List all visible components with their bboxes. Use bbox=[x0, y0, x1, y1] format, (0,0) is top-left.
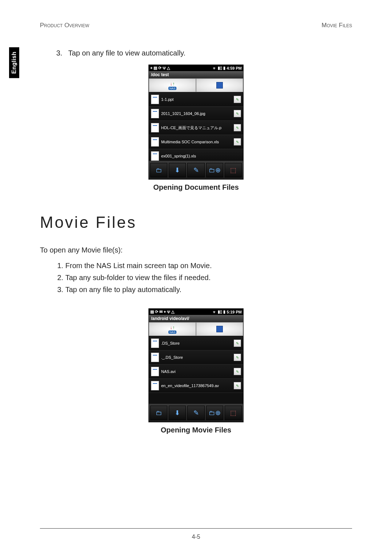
step-3-text: 3. Tap on any file to view automatically… bbox=[56, 49, 352, 57]
nas-up-button[interactable]: ↓↑ NAS bbox=[149, 322, 196, 336]
battery-icon: ▮ bbox=[223, 66, 225, 70]
file-icon bbox=[151, 123, 159, 132]
file-row[interactable]: Multimedia SOC Comparison.xls ✎ bbox=[149, 135, 243, 149]
folder-icon[interactable]: 🗀 bbox=[150, 163, 167, 177]
file-row[interactable]: en_en_videofile_1173867549.av ✎ bbox=[149, 379, 243, 393]
smb-button[interactable] bbox=[196, 78, 243, 92]
section-title-movie-files: Movie Files bbox=[40, 213, 352, 231]
up-down-arrows-icon: ↓↑ bbox=[170, 81, 175, 86]
up-down-arrows-icon: ↓↑ bbox=[170, 325, 175, 330]
file-name: 1-1.ppt bbox=[161, 97, 232, 102]
share-folder-icon bbox=[216, 82, 223, 89]
file-icon bbox=[151, 137, 159, 147]
file-icon bbox=[151, 338, 159, 348]
warning-icon: △ bbox=[171, 309, 174, 314]
file-row[interactable]: ._.DS_Store ✎ bbox=[149, 350, 243, 365]
movie-step-2: Tap any sub-folder to view the files if … bbox=[65, 274, 352, 282]
row-edit-icon[interactable]: ✎ bbox=[234, 138, 241, 145]
bottom-toolbar: 🗀 ⬇ ✎ 🗀⊕ ⬚ bbox=[149, 404, 243, 422]
file-row[interactable]: HDL-CE_画面で見るマニュアル.p ✎ bbox=[149, 121, 243, 135]
row-edit-icon[interactable]: ✎ bbox=[234, 110, 241, 117]
row-edit-icon[interactable]: ✎ bbox=[234, 354, 241, 361]
battery-icon: ▮ bbox=[223, 309, 225, 314]
smb-button[interactable] bbox=[196, 322, 243, 336]
movie-step-1: From the NAS List main screen tap on Mov… bbox=[65, 262, 352, 270]
folder-add-icon[interactable]: 🗀⊕ bbox=[206, 163, 223, 177]
file-list: .DS_Store ✎ ._.DS_Store ✎ NAS.avi ✎ en_e… bbox=[149, 336, 243, 404]
select-icon[interactable]: ⬚ bbox=[225, 406, 242, 420]
file-row[interactable]: 1-1.ppt ✎ bbox=[149, 93, 243, 107]
sd-icon: ▤ bbox=[154, 66, 157, 70]
status-time: 5:19 PM bbox=[226, 310, 242, 314]
intro-text: To open any Movie file(s): bbox=[40, 246, 352, 254]
row-edit-icon[interactable]: ✎ bbox=[234, 124, 241, 131]
language-tab: English bbox=[9, 47, 19, 78]
file-icon bbox=[151, 109, 159, 118]
folder-icon[interactable]: 🗀 bbox=[150, 406, 167, 420]
download-icon[interactable]: ⬇ bbox=[169, 406, 186, 420]
usb-icon: Ψ bbox=[163, 66, 166, 70]
path-bar: /android video/avi/ bbox=[149, 315, 243, 322]
file-icon bbox=[151, 381, 159, 390]
download-icon[interactable]: ⬇ bbox=[169, 163, 186, 177]
sync-icon: ⟳ bbox=[158, 66, 162, 70]
status-time: 4:59 PM bbox=[226, 66, 242, 70]
row-edit-icon[interactable]: ✎ bbox=[234, 382, 241, 389]
usb-icon: Ψ bbox=[167, 310, 170, 314]
file-row[interactable]: 2011_1021_1604_06.jpg ✎ bbox=[149, 107, 243, 121]
movie-step-3: Tap on any file to play automatically. bbox=[65, 286, 352, 294]
step-number: 3. bbox=[56, 49, 62, 57]
status-bar: ▤ ⟳ ✉ ⌖ Ψ △ ᯤ ▮▯ ▮ 5:19 PM bbox=[149, 309, 243, 315]
file-name: en_en_videofile_1173867549.av bbox=[161, 383, 232, 388]
file-name: .DS_Store bbox=[161, 341, 232, 345]
caption-opening-movie-files: Opening Movie Files bbox=[40, 426, 352, 434]
row-edit-icon[interactable]: ✎ bbox=[234, 340, 241, 347]
header-left: Product Overview bbox=[40, 22, 89, 29]
warning-icon: △ bbox=[167, 66, 170, 70]
mail-icon: ✉ bbox=[159, 309, 163, 314]
edit-icon[interactable]: ✎ bbox=[187, 163, 204, 177]
gps-icon: ⌖ bbox=[150, 66, 152, 70]
file-row[interactable]: .DS_Store ✎ bbox=[149, 336, 243, 350]
page-number: 4-5 bbox=[0, 534, 392, 540]
file-name: ._.DS_Store bbox=[161, 355, 232, 360]
row-edit-icon[interactable]: ✎ bbox=[234, 96, 241, 103]
file-icon bbox=[151, 95, 159, 104]
file-name: HDL-CE_画面で見るマニュアル.p bbox=[161, 125, 232, 131]
header-right: Movie Files bbox=[322, 22, 352, 29]
file-name: ex001_spring(1).xls bbox=[161, 154, 232, 158]
caption-opening-document-files: Opening Document Files bbox=[40, 183, 352, 192]
nas-label: NAS bbox=[168, 87, 176, 90]
file-list: 1-1.ppt ✎ 2011_1021_1604_06.jpg ✎ HDL-CE… bbox=[149, 93, 243, 161]
movie-steps-list: From the NAS List main screen tap on Mov… bbox=[40, 262, 352, 294]
select-icon[interactable]: ⬚ bbox=[225, 163, 242, 177]
nas-up-button[interactable]: ↓↑ NAS bbox=[149, 78, 196, 92]
path-bar: /doc test bbox=[149, 71, 243, 78]
footer-rule bbox=[40, 528, 352, 529]
row-edit-icon[interactable]: ✎ bbox=[234, 368, 241, 375]
wifi-icon: ᯤ bbox=[213, 310, 217, 314]
file-row[interactable]: NAS.avi ✎ bbox=[149, 365, 243, 379]
sync-icon: ⟳ bbox=[155, 309, 158, 314]
wifi-icon: ᯤ bbox=[213, 66, 217, 70]
status-bar: ⌖ ▤ ⟳ Ψ △ ᯤ ▮▯ ▮ 4:59 PM bbox=[149, 65, 243, 71]
screenshot-opening-document-files: ⌖ ▤ ⟳ Ψ △ ᯤ ▮▯ ▮ 4:59 PM /doc test ↓↑ bbox=[148, 65, 244, 180]
signal-icon: ▮▯ bbox=[218, 309, 222, 314]
file-icon bbox=[151, 367, 159, 376]
empty-list-space bbox=[149, 393, 243, 404]
sd-icon: ▤ bbox=[150, 309, 154, 314]
signal-icon: ▮▯ bbox=[218, 66, 222, 70]
file-name: Multimedia SOC Comparison.xls bbox=[161, 140, 232, 144]
file-row[interactable]: ex001_spring(1).xls ✎ bbox=[149, 149, 243, 161]
bottom-toolbar: 🗀 ⬇ ✎ 🗀⊕ ⬚ bbox=[149, 161, 243, 179]
gps-icon: ⌖ bbox=[164, 309, 166, 314]
nas-label: NAS bbox=[168, 331, 176, 334]
file-icon bbox=[151, 151, 159, 161]
file-name: NAS.avi bbox=[161, 369, 232, 374]
file-name: 2011_1021_1604_06.jpg bbox=[161, 111, 232, 116]
folder-add-icon[interactable]: 🗀⊕ bbox=[206, 406, 223, 420]
file-icon bbox=[151, 353, 159, 362]
step-body: Tap on any file to view automatically. bbox=[68, 49, 185, 57]
share-folder-icon bbox=[216, 326, 223, 332]
edit-icon[interactable]: ✎ bbox=[187, 406, 204, 420]
